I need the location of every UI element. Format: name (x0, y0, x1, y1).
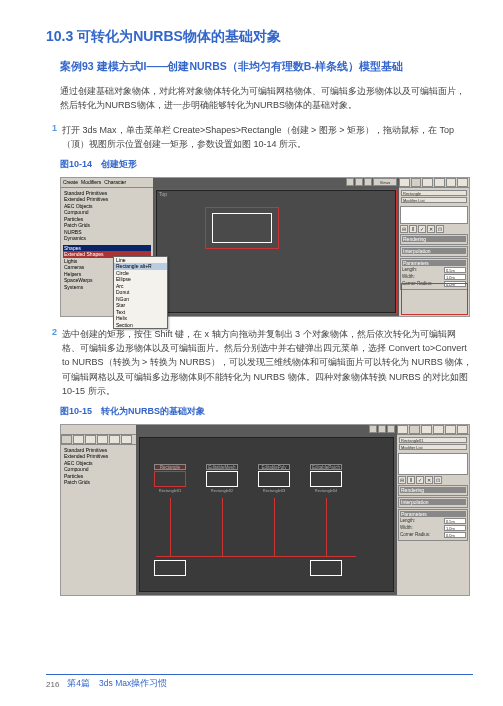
remove-icon[interactable]: ✕ (427, 225, 435, 233)
tab[interactable] (85, 435, 96, 444)
rollout-interpolation[interactable]: Interpolation (402, 248, 466, 254)
step-text-2: 选中创建的矩形，按住 Shift 键，在 x 轴方向拖动并复制出 3 个对象物体… (62, 327, 473, 399)
object-editable-patch[interactable]: EditablePatch Rectangle04 (310, 464, 342, 493)
tab-modify[interactable] (411, 178, 422, 187)
tab[interactable] (421, 425, 432, 434)
remove-icon[interactable]: ✕ (425, 476, 433, 484)
tab[interactable] (61, 435, 72, 444)
show-icon[interactable]: Ⅱ (407, 476, 415, 484)
object-editable-poly[interactable]: EditablePoly Rectangle03 (258, 464, 290, 493)
axis-line (222, 498, 223, 556)
modifier-list-dropdown[interactable]: Modifier List (399, 444, 467, 450)
menu-item[interactable]: Patch Grids (63, 479, 134, 486)
viewport-icon[interactable] (355, 178, 363, 186)
step-number: 2 (52, 327, 62, 399)
tab[interactable] (457, 178, 468, 187)
viewport-icon[interactable] (346, 178, 354, 186)
tab[interactable] (445, 425, 456, 434)
tab[interactable] (457, 425, 468, 434)
tab[interactable] (121, 435, 132, 444)
tab[interactable] (422, 178, 433, 187)
corner-radius-input[interactable]: 0.0m (444, 532, 466, 538)
rollout-interpolation[interactable]: Interpolation (400, 499, 466, 505)
tab[interactable] (97, 435, 108, 444)
footer-text: 第4篇 3ds Max操作习惯 (67, 678, 167, 690)
tab[interactable] (73, 435, 84, 444)
section-title: 10.3 可转化为NURBS物体的基础对象 (46, 28, 473, 46)
tab[interactable] (446, 178, 457, 187)
tab[interactable] (433, 425, 444, 434)
converted-rect (310, 560, 342, 576)
menu-item[interactable]: Dynamics (63, 235, 151, 242)
command-panel-left: Standard Primitives Extended Primitives … (61, 425, 136, 595)
axis-line (170, 498, 171, 556)
command-panel-left: CreateModifiersCharacter Standard Primit… (61, 178, 153, 316)
panel-tabs (399, 178, 469, 188)
viewport-icon[interactable] (364, 178, 372, 186)
submenu-item[interactable]: Section (114, 322, 167, 329)
tab[interactable] (109, 435, 120, 444)
axis-line (274, 498, 275, 556)
axis-line (156, 556, 356, 557)
pin-stack-icon[interactable]: ⊟ (398, 476, 406, 484)
page-footer: 216 第4篇 3ds Max操作习惯 (0, 674, 503, 690)
rollout-parameters[interactable]: Parameters (402, 260, 466, 266)
width-input[interactable]: 1.0m (444, 525, 466, 531)
screenshot-10-15: Standard Primitives Extended Primitives … (60, 424, 470, 596)
viewport-icon[interactable] (378, 425, 386, 433)
viewport-top[interactable]: Rectangle Rectangle01 EditableMesh Recta… (136, 425, 397, 595)
step-text-1: 打开 3ds Max，单击菜单栏 Create>Shapes>Rectangle… (62, 123, 473, 152)
param-label: Width: (400, 525, 444, 530)
red-highlight-rect (205, 207, 279, 249)
screenshot-10-14: CreateModifiersCharacter Standard Primit… (60, 177, 470, 317)
width-input[interactable]: 1.0m (444, 274, 466, 280)
length-input[interactable]: 0.5m (444, 267, 466, 273)
object-editable-mesh[interactable]: EditableMesh Rectangle02 (206, 464, 238, 493)
show-icon[interactable]: Ⅱ (409, 225, 417, 233)
viewport-icon[interactable] (369, 425, 377, 433)
make-unique-icon[interactable]: ✓ (416, 476, 424, 484)
viewport-icon[interactable] (387, 425, 395, 433)
tab[interactable] (397, 425, 408, 434)
param-label: Width: (402, 274, 444, 279)
case-title: 案例93 建模方式II——创建NURBS（非均匀有理数B-样条线）模型基础 (60, 60, 473, 74)
intro-text: 通过创建基础对象物体，对此将对象物体转化为可编辑网格物体、可编辑多边形物体以及可… (60, 84, 473, 113)
object-name-field[interactable]: Rectangle01 (399, 437, 467, 443)
object-rectangle[interactable]: Rectangle Rectangle01 (154, 464, 186, 493)
views-icon[interactable]: Views (373, 178, 397, 186)
tab-create[interactable] (399, 178, 410, 187)
config-icon[interactable]: ⊡ (436, 225, 444, 233)
page-number: 216 (46, 680, 59, 689)
app-menu-bar[interactable] (61, 425, 136, 435)
param-label: Length: (402, 267, 444, 272)
make-unique-icon[interactable]: ✓ (418, 225, 426, 233)
rollout-parameters[interactable]: Parameters (400, 511, 466, 517)
viewport-top[interactable]: Views Top (153, 178, 399, 316)
figure-label-15: 图10-15 转化为NURBS的基础对象 (60, 405, 473, 418)
modify-panel: Rectangle01 Modifier List ⊟ Ⅱ ✓ ✕ ⊡ Rend… (397, 425, 469, 595)
figure-label-14: 图10-14 创建矩形 (60, 158, 473, 171)
modifier-list-dropdown[interactable]: Modifier List (401, 197, 467, 203)
param-label: Length: (400, 518, 444, 523)
step-number: 1 (52, 123, 62, 152)
shapes-submenu: Line Rectangle alt+R Circle Ellipse Arc … (113, 256, 168, 330)
axis-line (326, 498, 327, 556)
config-icon[interactable]: ⊡ (434, 476, 442, 484)
object-name-field[interactable]: Rectangle (401, 190, 467, 196)
app-menu-bar[interactable]: CreateModifiersCharacter (61, 178, 153, 188)
length-input[interactable]: 0.5m (444, 518, 466, 524)
tab[interactable] (434, 178, 445, 187)
rollout-rendering[interactable]: Rendering (402, 236, 466, 242)
pin-stack-icon[interactable]: ⊟ (400, 225, 408, 233)
red-highlight-params (401, 283, 468, 315)
rollout-rendering[interactable]: Rendering (400, 487, 466, 493)
modify-panel: Rectangle Modifier List ⊟ Ⅱ ✓ ✕ ⊡ Render… (399, 178, 469, 316)
converted-rect (154, 560, 186, 576)
param-label: Corner Radius: (400, 532, 444, 537)
tab[interactable] (409, 425, 420, 434)
